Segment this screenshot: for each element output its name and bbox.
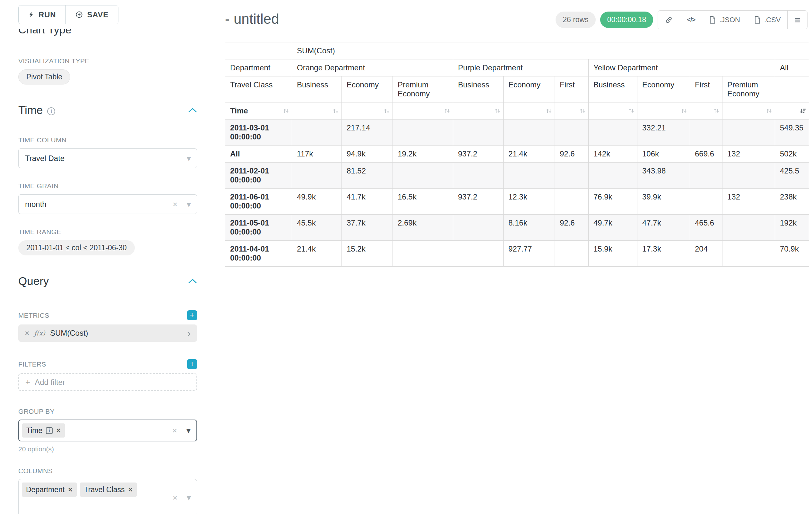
group-by-tag[interactable]: Timei× [22,424,65,437]
caret-down-icon: ▾ [186,154,191,163]
pivot-value-cell: 332.21 [637,119,690,145]
pivot-value-cell [503,163,555,189]
time-column-select[interactable]: Travel Date ▾ [18,148,197,168]
sort-button[interactable] [722,103,775,119]
copy-link-button[interactable] [658,10,680,29]
pivot-value-cell [503,119,555,145]
run-button[interactable]: RUN [19,5,65,24]
sort-button[interactable] [453,103,503,119]
columns-tag[interactable]: Travel Class× [80,483,137,497]
pivot-value-cell [292,163,342,189]
pivot-class-header: Business [589,77,637,103]
save-button[interactable]: SAVE [65,5,118,24]
chevron-up-icon[interactable] [188,278,197,284]
remove-tag-icon[interactable]: × [68,486,72,493]
time-grain-value: month [25,200,47,209]
clear-icon[interactable]: × [173,200,177,209]
add-metric-button[interactable]: + [187,310,197,320]
sort-button[interactable] [342,103,393,119]
query-section-header[interactable]: Query [18,275,197,293]
row-count-badge: 26 rows [556,11,596,28]
metrics-label: METRICS [18,312,50,319]
pivot-time-axis-label[interactable]: Time [225,103,292,119]
pivot-class-header: Economy [342,77,393,103]
sort-button[interactable] [393,103,453,119]
sort-button[interactable] [555,103,589,119]
file-icon [754,16,761,24]
pivot-row-label: 2011-02-01 00:00:00 [225,163,292,189]
sort-button-active[interactable] [775,103,809,119]
file-icon [709,16,716,24]
embed-code-button[interactable]: </> [680,10,702,29]
chevron-up-icon[interactable] [188,108,197,113]
sort-icon [444,108,450,114]
pivot-value-cell [722,163,775,189]
clear-icon[interactable]: × [172,426,177,435]
sort-icon [332,108,339,114]
remove-tag-icon[interactable]: × [56,427,60,434]
add-filter-button[interactable]: + Add filter [18,373,197,391]
tag-label: Department [26,485,64,494]
chart-header: - untitled 26 rows 00:00:00.18 </> .JSON… [208,0,812,29]
pivot-value-cell [393,241,453,267]
sort-button[interactable] [637,103,690,119]
pivot-value-cell: 15.2k [342,241,393,267]
time-section-header[interactable]: Time i [18,104,197,122]
time-column-value: Travel Date [25,154,64,163]
pivot-department-header: Purple Department [453,59,589,77]
pivot-value-cell [722,241,775,267]
pivot-class-header: Premium Economy [722,77,775,103]
pivot-value-cell: 117k [292,145,342,163]
sort-button[interactable] [589,103,637,119]
pivot-row: 2011-02-01 00:00:0081.52343.98425.5 [225,163,809,189]
expand-metric-icon[interactable]: › [187,328,191,338]
sort-icon [713,108,720,114]
chart-title[interactable]: - untitled [225,11,279,27]
visualization-type-pill[interactable]: Pivot Table [18,70,70,84]
metric-item[interactable]: × ƒ(x) SUM(Cost) › [18,324,197,342]
pivot-value-cell [690,189,722,215]
columns-select[interactable]: Department×Travel Class× × ▾ [18,479,197,514]
sort-button[interactable] [292,103,342,119]
time-grain-select[interactable]: month × ▾ [18,194,197,214]
pivot-value-cell: 669.6 [690,145,722,163]
pivot-department-header: Yellow Department [589,59,775,77]
run-save-button-group: RUN SAVE [18,5,118,24]
pivot-value-cell: 17.3k [637,241,690,267]
sort-button[interactable] [690,103,722,119]
download-json-button[interactable]: .JSON [702,10,747,29]
time-range-pill[interactable]: 2011-01-01 ≤ col < 2011-06-30 [18,240,135,255]
pivot-value-cell: 47.7k [637,215,690,241]
menu-icon: ≡ [794,15,801,25]
clear-icon[interactable]: × [173,493,177,502]
menu-button[interactable]: ≡ [787,10,807,29]
pivot-value-cell: 937.2 [453,189,503,215]
group-by-options-hint: 20 option(s) [18,445,197,453]
pivot-value-cell: 49.9k [292,189,342,215]
chart-header-actions: 26 rows 00:00:00.18 </> .JSON .CSV [556,10,808,29]
pivot-value-cell [453,215,503,241]
pivot-row-label: All [225,145,292,163]
pivot-value-cell: 2.69k [393,215,453,241]
function-icon: ƒ(x) [34,329,45,337]
sort-icon [283,108,289,114]
sort-icon [383,108,390,114]
download-csv-button[interactable]: .CSV [747,10,787,29]
time-label: Time [230,106,248,115]
remove-metric-icon[interactable]: × [25,329,30,338]
visualization-type-label: VISUALIZATION TYPE [18,57,197,65]
columns-tag[interactable]: Department× [22,483,77,497]
sort-icon [681,108,687,114]
plus-icon: + [25,377,30,387]
save-button-label: SAVE [87,10,109,19]
remove-tag-icon[interactable]: × [128,486,133,493]
add-filter-plus-button[interactable]: + [187,359,197,369]
pivot-corner-cell [225,43,292,59]
pivot-travel-class-axis-label: Travel Class [225,77,292,103]
sort-icon [546,108,552,114]
group-by-select[interactable]: Timei× × ▾ [18,420,197,441]
pivot-value-cell: 502k [775,145,809,163]
download-csv-label: .CSV [764,16,781,24]
sort-button[interactable] [503,103,555,119]
caret-down-icon: ▾ [186,200,191,209]
